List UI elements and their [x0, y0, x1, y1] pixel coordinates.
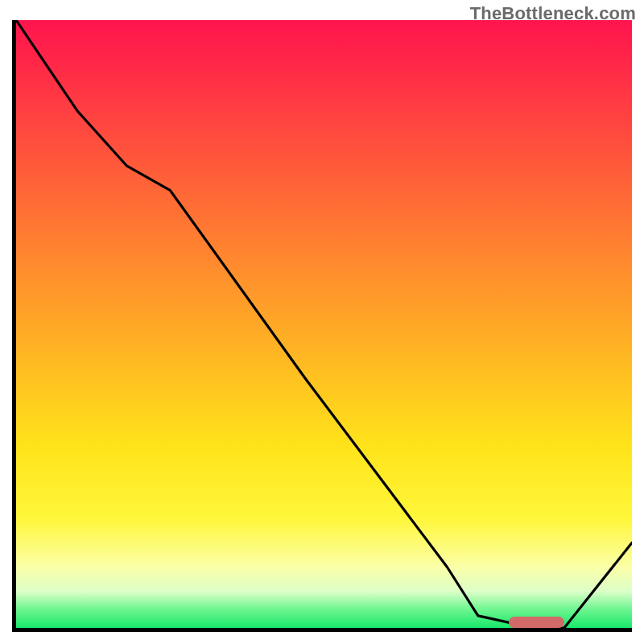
- attribution-text: TheBottleneck.com: [470, 3, 636, 24]
- plot-area: [12, 20, 632, 632]
- optimal-range-marker: [509, 617, 564, 628]
- bottleneck-curve: [16, 20, 632, 628]
- chart-container: TheBottleneck.com: [0, 0, 644, 644]
